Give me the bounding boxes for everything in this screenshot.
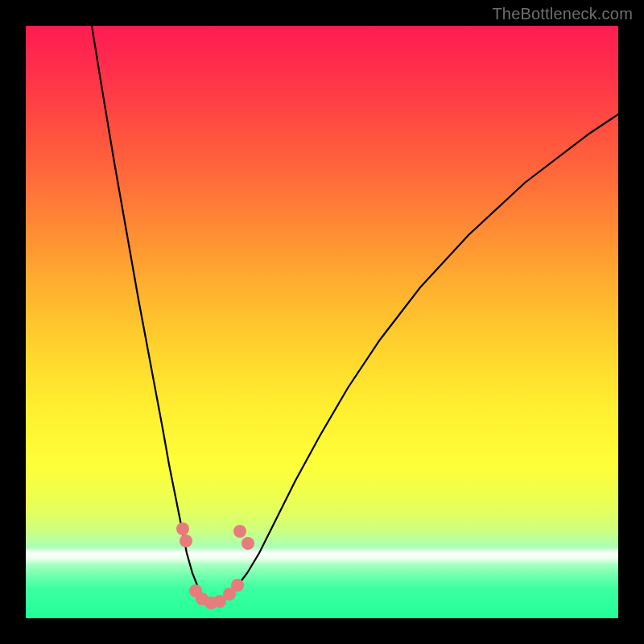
markers-group — [176, 522, 254, 609]
chart-frame: TheBottleneck.com — [0, 0, 644, 644]
dot-trough-6 — [231, 579, 244, 592]
chart-svg — [26, 26, 618, 618]
bottleneck-curve — [92, 26, 618, 603]
plot-area — [26, 26, 618, 618]
dot-right-1 — [233, 525, 246, 538]
dot-left-2 — [180, 535, 192, 547]
curve-group — [92, 26, 618, 603]
dot-right-2 — [242, 537, 254, 550]
watermark-text: TheBottleneck.com — [492, 5, 633, 23]
dot-left-1 — [176, 522, 189, 535]
